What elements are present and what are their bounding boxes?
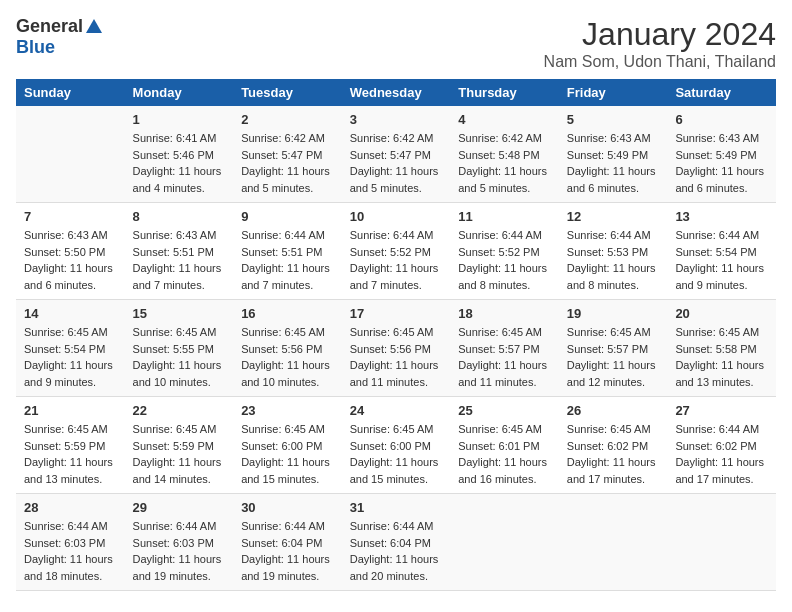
daylight: Daylight: 11 hours and 16 minutes. (458, 456, 547, 485)
daylight: Daylight: 11 hours and 14 minutes. (133, 456, 222, 485)
sunrise: Sunrise: 6:45 AM (24, 423, 108, 435)
header-cell-monday: Monday (125, 79, 234, 106)
day-number: 28 (24, 500, 117, 515)
daylight: Daylight: 11 hours and 15 minutes. (350, 456, 439, 485)
calendar-cell: 1 Sunrise: 6:41 AM Sunset: 5:46 PM Dayli… (125, 106, 234, 203)
sunrise: Sunrise: 6:44 AM (133, 520, 217, 532)
day-number: 13 (675, 209, 768, 224)
daylight: Daylight: 11 hours and 13 minutes. (24, 456, 113, 485)
daylight: Daylight: 11 hours and 15 minutes. (241, 456, 330, 485)
day-number: 20 (675, 306, 768, 321)
sunset: Sunset: 5:57 PM (458, 343, 539, 355)
day-info: Sunrise: 6:44 AM Sunset: 6:03 PM Dayligh… (24, 518, 117, 584)
daylight: Daylight: 11 hours and 5 minutes. (458, 165, 547, 194)
day-info: Sunrise: 6:45 AM Sunset: 5:57 PM Dayligh… (458, 324, 551, 390)
daylight: Daylight: 11 hours and 17 minutes. (567, 456, 656, 485)
day-info: Sunrise: 6:45 AM Sunset: 6:00 PM Dayligh… (241, 421, 334, 487)
calendar-header: SundayMondayTuesdayWednesdayThursdayFrid… (16, 79, 776, 106)
sunset: Sunset: 5:59 PM (133, 440, 214, 452)
day-info: Sunrise: 6:44 AM Sunset: 5:54 PM Dayligh… (675, 227, 768, 293)
sunset: Sunset: 6:02 PM (567, 440, 648, 452)
sunrise: Sunrise: 6:42 AM (350, 132, 434, 144)
calendar-cell: 25 Sunrise: 6:45 AM Sunset: 6:01 PM Dayl… (450, 397, 559, 494)
calendar-cell: 10 Sunrise: 6:44 AM Sunset: 5:52 PM Dayl… (342, 203, 451, 300)
header-cell-friday: Friday (559, 79, 668, 106)
day-info: Sunrise: 6:45 AM Sunset: 6:02 PM Dayligh… (567, 421, 660, 487)
calendar-cell: 16 Sunrise: 6:45 AM Sunset: 5:56 PM Dayl… (233, 300, 342, 397)
calendar-cell (16, 106, 125, 203)
sunrise: Sunrise: 6:44 AM (350, 229, 434, 241)
daylight: Daylight: 11 hours and 5 minutes. (241, 165, 330, 194)
sunrise: Sunrise: 6:45 AM (458, 326, 542, 338)
daylight: Daylight: 11 hours and 11 minutes. (350, 359, 439, 388)
sunset: Sunset: 5:51 PM (133, 246, 214, 258)
daylight: Daylight: 11 hours and 9 minutes. (675, 262, 764, 291)
calendar-cell: 20 Sunrise: 6:45 AM Sunset: 5:58 PM Dayl… (667, 300, 776, 397)
sunset: Sunset: 5:49 PM (567, 149, 648, 161)
day-number: 5 (567, 112, 660, 127)
sunset: Sunset: 5:57 PM (567, 343, 648, 355)
calendar-cell: 18 Sunrise: 6:45 AM Sunset: 5:57 PM Dayl… (450, 300, 559, 397)
calendar-cell: 24 Sunrise: 6:45 AM Sunset: 6:00 PM Dayl… (342, 397, 451, 494)
day-info: Sunrise: 6:42 AM Sunset: 5:47 PM Dayligh… (241, 130, 334, 196)
daylight: Daylight: 11 hours and 10 minutes. (133, 359, 222, 388)
daylight: Daylight: 11 hours and 18 minutes. (24, 553, 113, 582)
page-header: General Blue January 2024 Nam Som, Udon … (16, 16, 776, 71)
sunset: Sunset: 5:47 PM (241, 149, 322, 161)
day-number: 12 (567, 209, 660, 224)
calendar-cell: 12 Sunrise: 6:44 AM Sunset: 5:53 PM Dayl… (559, 203, 668, 300)
calendar-cell: 28 Sunrise: 6:44 AM Sunset: 6:03 PM Dayl… (16, 494, 125, 591)
day-number: 26 (567, 403, 660, 418)
sunrise: Sunrise: 6:44 AM (350, 520, 434, 532)
daylight: Daylight: 11 hours and 7 minutes. (350, 262, 439, 291)
daylight: Daylight: 11 hours and 6 minutes. (567, 165, 656, 194)
day-number: 24 (350, 403, 443, 418)
sunrise: Sunrise: 6:42 AM (458, 132, 542, 144)
daylight: Daylight: 11 hours and 11 minutes. (458, 359, 547, 388)
daylight: Daylight: 11 hours and 6 minutes. (675, 165, 764, 194)
calendar-cell: 6 Sunrise: 6:43 AM Sunset: 5:49 PM Dayli… (667, 106, 776, 203)
calendar-cell: 5 Sunrise: 6:43 AM Sunset: 5:49 PM Dayli… (559, 106, 668, 203)
day-number: 3 (350, 112, 443, 127)
sunset: Sunset: 5:53 PM (567, 246, 648, 258)
calendar-cell: 26 Sunrise: 6:45 AM Sunset: 6:02 PM Dayl… (559, 397, 668, 494)
sunset: Sunset: 5:56 PM (241, 343, 322, 355)
daylight: Daylight: 11 hours and 20 minutes. (350, 553, 439, 582)
svg-marker-0 (86, 19, 102, 33)
daylight: Daylight: 11 hours and 7 minutes. (133, 262, 222, 291)
day-info: Sunrise: 6:42 AM Sunset: 5:47 PM Dayligh… (350, 130, 443, 196)
day-info: Sunrise: 6:45 AM Sunset: 5:55 PM Dayligh… (133, 324, 226, 390)
day-number: 15 (133, 306, 226, 321)
day-info: Sunrise: 6:42 AM Sunset: 5:48 PM Dayligh… (458, 130, 551, 196)
sunset: Sunset: 6:02 PM (675, 440, 756, 452)
day-number: 31 (350, 500, 443, 515)
day-info: Sunrise: 6:45 AM Sunset: 6:01 PM Dayligh… (458, 421, 551, 487)
sunset: Sunset: 6:03 PM (24, 537, 105, 549)
daylight: Daylight: 11 hours and 6 minutes. (24, 262, 113, 291)
day-info: Sunrise: 6:45 AM Sunset: 5:57 PM Dayligh… (567, 324, 660, 390)
sunrise: Sunrise: 6:44 AM (24, 520, 108, 532)
day-info: Sunrise: 6:45 AM Sunset: 5:54 PM Dayligh… (24, 324, 117, 390)
day-number: 22 (133, 403, 226, 418)
day-info: Sunrise: 6:41 AM Sunset: 5:46 PM Dayligh… (133, 130, 226, 196)
sunrise: Sunrise: 6:44 AM (675, 423, 759, 435)
logo-triangle-icon (86, 19, 102, 37)
header-cell-tuesday: Tuesday (233, 79, 342, 106)
calendar-cell: 14 Sunrise: 6:45 AM Sunset: 5:54 PM Dayl… (16, 300, 125, 397)
day-info: Sunrise: 6:45 AM Sunset: 5:56 PM Dayligh… (350, 324, 443, 390)
sunrise: Sunrise: 6:44 AM (241, 520, 325, 532)
month-title: January 2024 (544, 16, 776, 53)
sunrise: Sunrise: 6:45 AM (241, 423, 325, 435)
sunrise: Sunrise: 6:45 AM (567, 423, 651, 435)
sunset: Sunset: 5:50 PM (24, 246, 105, 258)
day-info: Sunrise: 6:45 AM Sunset: 5:59 PM Dayligh… (24, 421, 117, 487)
sunrise: Sunrise: 6:43 AM (675, 132, 759, 144)
day-info: Sunrise: 6:45 AM Sunset: 5:59 PM Dayligh… (133, 421, 226, 487)
header-row: SundayMondayTuesdayWednesdayThursdayFrid… (16, 79, 776, 106)
calendar-cell: 23 Sunrise: 6:45 AM Sunset: 6:00 PM Dayl… (233, 397, 342, 494)
sunset: Sunset: 6:00 PM (350, 440, 431, 452)
day-number: 10 (350, 209, 443, 224)
location-title: Nam Som, Udon Thani, Thailand (544, 53, 776, 71)
sunrise: Sunrise: 6:45 AM (675, 326, 759, 338)
sunset: Sunset: 6:01 PM (458, 440, 539, 452)
